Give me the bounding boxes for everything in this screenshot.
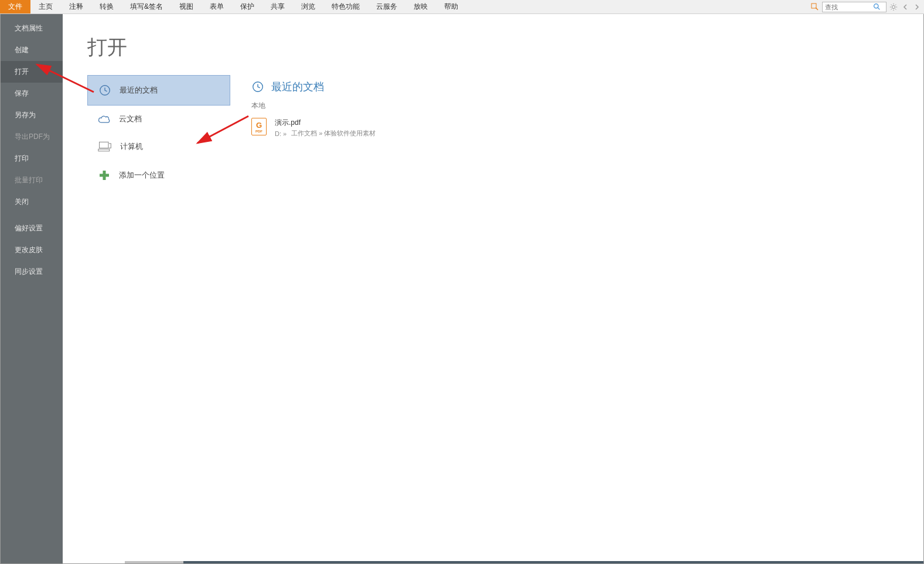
cloud-icon (98, 114, 111, 124)
menu-item-convert[interactable]: 转换 (91, 0, 122, 13)
open-opt-cloud[interactable]: 云文档 (87, 106, 230, 132)
sidebar-item-batchprint[interactable]: 批量打印 (1, 169, 63, 191)
menu-item-protect[interactable]: 保护 (232, 0, 262, 13)
find-highlighted-icon[interactable] (810, 2, 820, 12)
menu-item-annotate[interactable]: 注释 (61, 0, 91, 13)
sidebar-item-print[interactable]: 打印 (1, 148, 63, 169)
nav-prev-icon[interactable] (901, 2, 910, 12)
open-opt-label: 计算机 (120, 141, 220, 152)
sidebar-item-open[interactable]: 打开 (1, 61, 63, 83)
computer-icon (98, 141, 112, 152)
sidebar-item-close[interactable]: 关闭 (1, 191, 63, 213)
menu-item-cloud[interactable]: 云服务 (368, 0, 405, 13)
clock-icon (98, 84, 111, 97)
menu-item-home[interactable]: 主页 (30, 0, 61, 13)
menu-item-play[interactable]: 放映 (405, 0, 436, 13)
detail-panel: 最近的文档 本地 G PDF 演示.pdf D: » 工作文档 » 体验软件使用… (251, 75, 923, 190)
menu-item-fillsign[interactable]: 填写&签名 (122, 0, 171, 13)
open-opt-computer[interactable]: 计算机 (87, 132, 230, 161)
sidebar-divider (1, 213, 63, 218)
clock-icon (251, 80, 264, 93)
menu-item-view[interactable]: 视图 (171, 0, 202, 13)
sidebar-item-saveas[interactable]: 另存为 (1, 104, 63, 126)
sidebar-item-syncsettings[interactable]: 同步设置 (1, 261, 63, 283)
svg-rect-4 (100, 142, 108, 148)
doc-path: D: » 工作文档 » 体验软件使用素材 (275, 129, 376, 138)
sidebar-item-save[interactable]: 保存 (1, 83, 63, 104)
recent-doc-item[interactable]: G PDF 演示.pdf D: » 工作文档 » 体验软件使用素材 (251, 115, 923, 140)
svg-rect-0 (812, 4, 816, 8)
page-title: 打开 (87, 34, 923, 61)
search-icon[interactable] (872, 2, 881, 12)
menu-item-help[interactable]: 帮助 (436, 0, 466, 13)
open-opt-recent[interactable]: 最近的文档 (87, 75, 230, 106)
file-content: 打开 最近的文档 云文档 计算机 添加一个位置 (63, 14, 923, 563)
detail-title: 最近的文档 (271, 80, 324, 94)
svg-rect-5 (98, 149, 110, 151)
nav-next-icon[interactable] (912, 2, 922, 12)
sidebar-item-create[interactable]: 创建 (1, 39, 63, 61)
menu-item-special[interactable]: 特色功能 (323, 0, 368, 13)
sidebar-item-skin[interactable]: 更改皮肤 (1, 239, 63, 261)
sidebar-item-preferences[interactable]: 偏好设置 (1, 218, 63, 239)
top-menubar: 文件 主页 注释 转换 填写&签名 视图 表单 保护 共享 浏览 特色功能 云服… (0, 0, 924, 14)
main-area: 文档属性 创建 打开 保存 另存为 导出PDF为 打印 批量打印 关闭 偏好设置… (0, 14, 924, 564)
doc-name: 演示.pdf (275, 118, 376, 128)
plus-icon (98, 169, 111, 182)
menu-item-file[interactable]: 文件 (0, 0, 30, 13)
open-options-list: 最近的文档 云文档 计算机 添加一个位置 (87, 75, 230, 190)
open-opt-label: 云文档 (119, 114, 220, 124)
open-opt-label: 最近的文档 (120, 85, 219, 96)
sidebar-item-docproperties[interactable]: 文档属性 (1, 18, 63, 39)
svg-point-2 (892, 5, 895, 8)
status-bar (125, 561, 923, 563)
detail-section-label: 本地 (251, 101, 923, 111)
menu-item-browse[interactable]: 浏览 (293, 0, 323, 13)
gear-icon[interactable] (889, 2, 898, 12)
search-input[interactable] (823, 4, 872, 11)
svg-point-1 (874, 4, 878, 8)
pdf-file-icon: G PDF (251, 118, 267, 135)
search-box[interactable] (822, 2, 887, 12)
open-opt-label: 添加一个位置 (119, 170, 220, 181)
file-sidebar: 文档属性 创建 打开 保存 另存为 导出PDF为 打印 批量打印 关闭 偏好设置… (1, 14, 63, 563)
sidebar-item-exportpdf[interactable]: 导出PDF为 (1, 126, 63, 148)
menu-item-share[interactable]: 共享 (262, 0, 293, 13)
menu-item-form[interactable]: 表单 (202, 0, 232, 13)
open-opt-addlocation[interactable]: 添加一个位置 (87, 161, 230, 190)
